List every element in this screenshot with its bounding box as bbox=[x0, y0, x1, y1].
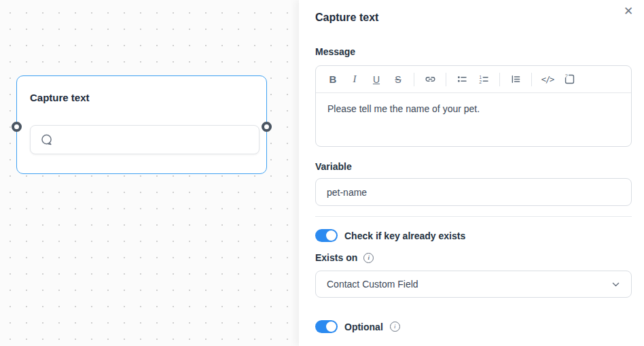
svg-text:?: ? bbox=[565, 73, 567, 79]
toggle-knob bbox=[326, 322, 336, 332]
close-icon[interactable]: ✕ bbox=[620, 3, 637, 19]
toolbar-separator bbox=[414, 73, 414, 86]
toolbar-separator bbox=[499, 73, 500, 86]
italic-button[interactable]: I bbox=[344, 70, 365, 89]
node-input-handle[interactable] bbox=[12, 122, 22, 132]
code-icon[interactable]: </> bbox=[537, 70, 558, 89]
bold-button[interactable]: B bbox=[323, 70, 343, 89]
message-textarea[interactable]: Please tell me the name of your pet. bbox=[316, 93, 631, 126]
variable-icon[interactable]: ? bbox=[559, 70, 579, 89]
node-output-handle[interactable] bbox=[262, 122, 272, 132]
panel-title: Capture text bbox=[315, 12, 378, 24]
check-exists-toggle[interactable] bbox=[315, 229, 338, 242]
bulleted-list-icon[interactable] bbox=[452, 70, 472, 89]
exists-on-select[interactable]: Contact Custom Field bbox=[315, 271, 632, 298]
link-icon[interactable] bbox=[420, 70, 440, 89]
rich-text-toolbar: B I U S 1 bbox=[316, 66, 631, 93]
capture-text-node[interactable]: Capture text bbox=[16, 75, 267, 174]
indent-list-icon[interactable] bbox=[505, 70, 526, 89]
message-editor: B I U S 1 bbox=[315, 65, 632, 147]
svg-text:2: 2 bbox=[479, 80, 482, 84]
exists-on-label: Exists on bbox=[315, 252, 357, 263]
check-exists-label: Check if key already exists bbox=[344, 230, 465, 241]
numbered-list-icon[interactable]: 1 2 bbox=[473, 70, 494, 89]
underline-button[interactable]: U bbox=[366, 70, 387, 89]
toggle-knob bbox=[326, 230, 336, 241]
selected-option: Contact Custom Field bbox=[327, 279, 418, 290]
check-exists-row: Check if key already exists bbox=[315, 229, 465, 242]
optional-toggle[interactable] bbox=[315, 320, 338, 333]
node-title: Capture text bbox=[30, 92, 90, 103]
chat-bubble-icon bbox=[39, 133, 54, 148]
variable-label: Variable bbox=[315, 161, 352, 172]
variable-input[interactable] bbox=[315, 178, 632, 206]
exists-on-row: Exists on i bbox=[315, 252, 374, 263]
flow-canvas[interactable]: Capture text bbox=[0, 0, 299, 346]
optional-label: Optional bbox=[344, 322, 383, 332]
toolbar-separator bbox=[446, 73, 446, 86]
toolbar-separator bbox=[531, 73, 532, 86]
svg-text:1: 1 bbox=[479, 75, 482, 80]
message-label: Message bbox=[315, 46, 355, 57]
info-icon[interactable]: i bbox=[363, 253, 374, 263]
strikethrough-button[interactable]: S bbox=[388, 70, 408, 89]
chevron-down-icon bbox=[611, 280, 620, 289]
info-icon[interactable]: i bbox=[390, 322, 400, 332]
settings-panel: Capture text ✕ Message B I U S bbox=[299, 0, 644, 346]
node-message-preview[interactable] bbox=[30, 125, 260, 154]
optional-row: Optional i bbox=[315, 320, 400, 333]
section-divider bbox=[315, 216, 632, 217]
